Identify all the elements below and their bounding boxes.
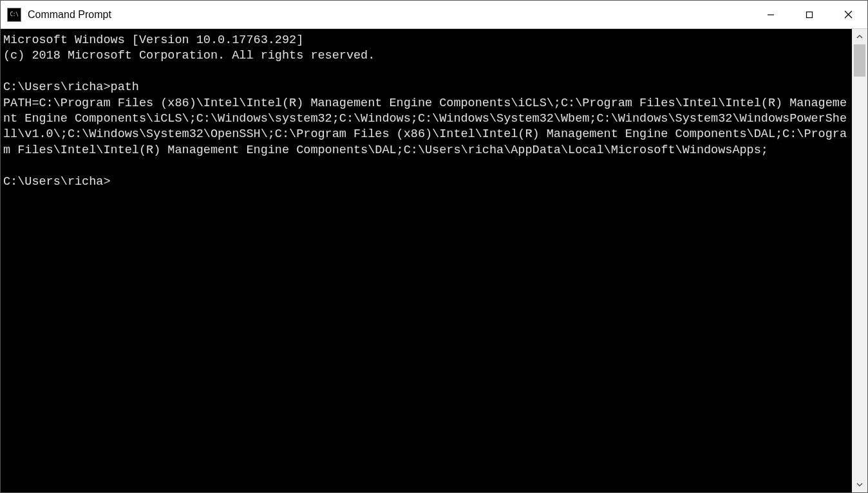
command-text: path [111, 80, 139, 94]
scroll-track[interactable] [852, 44, 867, 477]
chevron-down-icon [856, 481, 863, 488]
titlebar-left: C:\ Command Prompt [1, 8, 111, 22]
terminal-output[interactable]: Microsoft Windows [Version 10.0.17763.29… [1, 29, 852, 492]
scroll-down-arrow[interactable] [852, 477, 867, 492]
scroll-thumb[interactable] [854, 44, 865, 77]
app-icon-label: C:\ [10, 12, 19, 17]
command-prompt-window: C:\ Command Prompt Microsoft Windows [Ve… [0, 0, 868, 493]
banner-line: (c) 2018 Microsoft Corporation. All righ… [3, 49, 375, 62]
prompt-prefix: C:\Users\richa> [3, 175, 111, 189]
window-title: Command Prompt [28, 9, 111, 21]
minimize-button[interactable] [751, 1, 790, 28]
command-prompt-icon: C:\ [7, 8, 21, 22]
close-icon [844, 10, 853, 19]
close-button[interactable] [829, 1, 867, 28]
banner-line: Microsoft Windows [Version 10.0.17763.29… [3, 33, 303, 47]
scroll-up-arrow[interactable] [852, 29, 867, 44]
titlebar[interactable]: C:\ Command Prompt [1, 1, 867, 29]
vertical-scrollbar[interactable] [852, 29, 867, 492]
minimize-icon [767, 11, 775, 19]
window-controls [751, 1, 867, 28]
maximize-button[interactable] [790, 1, 829, 28]
prompt-prefix: C:\Users\richa> [3, 80, 111, 94]
chevron-up-icon [856, 33, 863, 40]
path-output: PATH=C:\Program Files (x86)\Intel\Intel(… [3, 97, 847, 157]
maximize-icon [806, 11, 813, 19]
svg-rect-1 [807, 12, 813, 17]
terminal-area: Microsoft Windows [Version 10.0.17763.29… [1, 29, 867, 492]
